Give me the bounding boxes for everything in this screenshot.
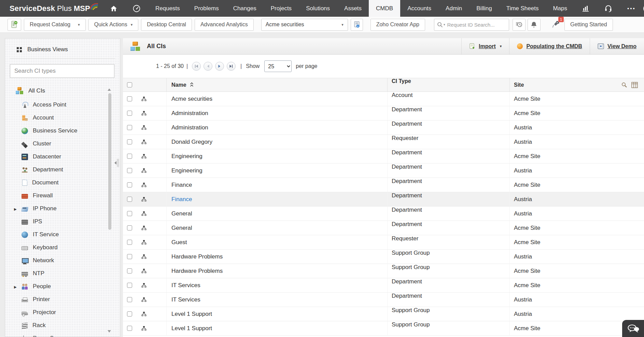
tab-time-sheets[interactable]: Time Sheets	[499, 0, 546, 17]
relationship-icon[interactable]	[141, 211, 146, 216]
select-all-checkbox[interactable]	[127, 82, 132, 87]
relationship-icon[interactable]	[141, 168, 146, 173]
sidebar-item-document[interactable]: Document	[5, 176, 120, 189]
table-row[interactable]: Level 1 SupportSupport GroupAcme Site	[123, 321, 644, 336]
sidebar-item-room-sensor[interactable]: Room Sensor	[5, 332, 120, 337]
row-checkbox[interactable]	[127, 283, 132, 288]
sidebar-item-network[interactable]: Network	[5, 254, 120, 267]
table-row[interactable]: Acme securitiesAccountAcme Site	[123, 92, 644, 106]
ci-name-link[interactable]: General	[166, 207, 387, 221]
account-details-button[interactable]	[351, 19, 363, 31]
row-checkbox[interactable]	[127, 268, 132, 273]
reports-icon[interactable]	[574, 0, 597, 17]
row-checkbox[interactable]	[127, 168, 132, 173]
column-header-site[interactable]: Site	[509, 78, 644, 92]
request-catalog-button[interactable]: Request Catalog	[24, 19, 86, 31]
relationship-icon[interactable]	[141, 139, 146, 144]
whats-new-button[interactable]: 1	[552, 20, 560, 29]
column-search-icon[interactable]	[621, 82, 627, 88]
relationship-icon[interactable]	[141, 283, 146, 288]
relationship-icon[interactable]	[141, 154, 146, 159]
ci-name-link[interactable]: Administration	[166, 121, 387, 135]
ci-type-search-input[interactable]	[10, 64, 114, 78]
row-checkbox[interactable]	[127, 125, 132, 130]
tab-projects[interactable]: Projects	[264, 0, 299, 17]
ci-name-link[interactable]: Hardware Problems	[166, 250, 387, 264]
table-row[interactable]: AdministrationDepartmentAcme Site	[123, 106, 644, 121]
table-row[interactable]: EngineeringDepartmentAcme Site	[123, 149, 644, 164]
relationship-icon[interactable]	[141, 254, 146, 259]
row-checkbox[interactable]	[127, 111, 132, 116]
table-row[interactable]: Hardware ProblemsSupport GroupAcme Site	[123, 264, 644, 278]
new-request-button[interactable]	[8, 19, 21, 31]
table-row[interactable]: GuestRequesterAcme Site	[123, 235, 644, 250]
notifications-button[interactable]	[528, 19, 541, 31]
tab-changes[interactable]: Changes	[226, 0, 264, 17]
row-checkbox[interactable]	[127, 182, 132, 187]
view-demo-link[interactable]: View Demo	[590, 38, 644, 54]
previous-page-button[interactable]	[204, 62, 212, 71]
relationship-icon[interactable]	[141, 311, 146, 317]
tab-solutions[interactable]: Solutions	[299, 0, 337, 17]
column-chooser-icon[interactable]	[631, 82, 638, 88]
ci-name-link[interactable]: Level 1 Support	[166, 307, 387, 321]
sidebar-item-all-cis[interactable]: All CIs	[5, 78, 120, 98]
tab-accounts[interactable]: Accounts	[400, 0, 438, 17]
tab-problems[interactable]: Problems	[187, 0, 226, 17]
row-checkbox[interactable]	[127, 311, 132, 317]
row-checkbox[interactable]	[127, 297, 132, 302]
sidebar-item-access-point[interactable]: Access Point	[5, 98, 120, 111]
zoho-creator-app-button[interactable]: Zoho Creator App	[370, 19, 425, 31]
sidebar-item-rack[interactable]: Rack	[5, 319, 120, 332]
sidebar-item-keyboard[interactable]: Keyboard	[5, 241, 120, 254]
relationship-icon[interactable]	[141, 96, 146, 101]
ci-name-link[interactable]: Donald Gregory	[166, 135, 387, 149]
ci-name-link[interactable]: Hardware Problems	[166, 264, 387, 278]
row-checkbox[interactable]	[127, 240, 132, 245]
request-id-search[interactable]	[434, 19, 509, 31]
tab-cmdb[interactable]: CMDB	[369, 0, 400, 17]
ci-name-link[interactable]: Finance	[166, 178, 387, 192]
expand-arrow-icon[interactable]	[14, 205, 17, 212]
headset-icon[interactable]	[597, 0, 620, 17]
table-row[interactable]: Donald GregoryRequesterAustria	[123, 135, 644, 149]
row-checkbox[interactable]	[127, 225, 132, 230]
sidebar-item-ip-phone[interactable]: IP Phone	[5, 202, 120, 215]
search-input[interactable]	[447, 22, 495, 28]
table-row[interactable]: FinanceDepartmentAustria	[123, 192, 644, 207]
table-row[interactable]: GeneralDepartmentAcme Site	[123, 221, 644, 235]
more-icon[interactable]	[620, 0, 643, 17]
ci-name-link[interactable]: Acme securities	[166, 92, 387, 106]
sidebar-item-printer[interactable]: Printer	[5, 293, 120, 306]
sidebar-collapse-handle[interactable]	[114, 159, 119, 167]
relationship-icon[interactable]	[141, 240, 146, 245]
table-row[interactable]: IT ServicesDepartmentAustria	[123, 293, 644, 307]
relationship-icon[interactable]	[141, 297, 146, 302]
scroll-down-icon[interactable]	[108, 330, 111, 333]
sidebar-item-projector[interactable]: Projector	[5, 306, 120, 319]
sidebar-item-it-service[interactable]: IT Service	[5, 228, 120, 241]
scroll-up-icon[interactable]	[108, 88, 111, 91]
row-checkbox[interactable]	[127, 96, 132, 101]
per-page-select[interactable]: 25	[264, 60, 292, 72]
getting-started-button[interactable]: Getting Started	[564, 19, 613, 31]
ci-name-link[interactable]: Engineering	[166, 149, 387, 163]
row-checkbox[interactable]	[127, 254, 132, 259]
ci-name-link[interactable]: IT Services	[166, 293, 387, 307]
sidebar-item-people[interactable]: People	[5, 280, 120, 293]
tab-billing[interactable]: Billing	[469, 0, 499, 17]
advanced-analytics-button[interactable]: Advanced Analytics	[195, 19, 254, 31]
expand-arrow-icon[interactable]	[14, 283, 17, 290]
column-header-name[interactable]: Name	[166, 78, 387, 92]
row-checkbox[interactable]	[127, 211, 132, 216]
tab-assets[interactable]: Assets	[337, 0, 369, 17]
tab-admin[interactable]: Admin	[438, 0, 469, 17]
sidebar-item-business-service[interactable]: Business Service	[5, 124, 120, 137]
relationship-icon[interactable]	[141, 268, 146, 273]
ci-name-link[interactable]: IT Services	[166, 278, 387, 292]
sidebar-item-account[interactable]: Account	[5, 111, 120, 124]
ci-name-link[interactable]: Guest	[166, 235, 387, 249]
last-page-button[interactable]	[227, 62, 236, 71]
account-select[interactable]: Acme securities	[261, 19, 348, 31]
ci-name-link[interactable]: Finance	[166, 192, 387, 206]
